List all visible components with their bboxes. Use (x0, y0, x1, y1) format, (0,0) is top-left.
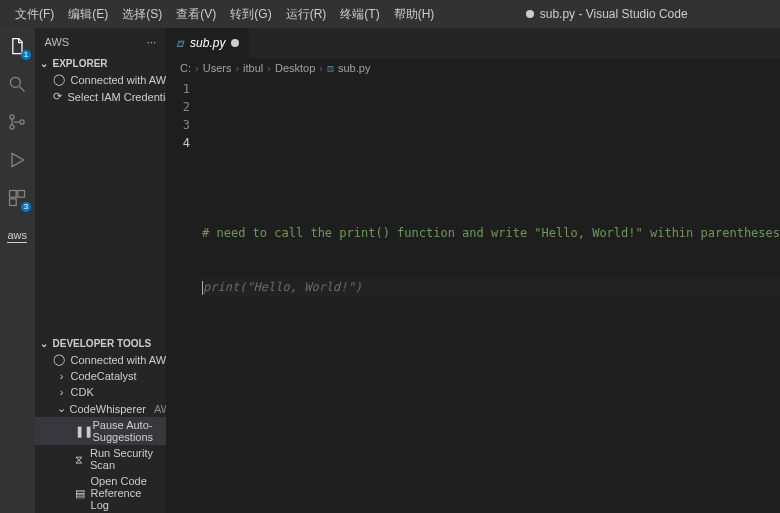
sidebar-item-label: CDK (71, 386, 94, 398)
activity-explorer[interactable]: 1 (5, 34, 29, 58)
line-gutter: 1 2 3 4 (166, 80, 202, 513)
devtools-label: DEVELOPER TOOLS (53, 338, 152, 349)
devtools-codecatalyst[interactable]: › CodeCatalyst (35, 368, 167, 384)
crumb[interactable]: Users (203, 62, 232, 74)
menu-edit[interactable]: 编辑(E) (61, 2, 115, 27)
sidebar: AWS ··· ⌄ EXPLORER ◯ Connected with AWS … (35, 28, 167, 513)
menu-bar: 文件(F) 编辑(E) 选择(S) 查看(V) 转到(G) 运行(R) 终端(T… (8, 2, 441, 27)
cw-run-security-scan[interactable]: ⧖ Run Security Scan (35, 445, 167, 473)
devtools-cdk[interactable]: › CDK (35, 384, 167, 400)
sidebar-header: AWS ··· (35, 28, 167, 56)
chevron-down-icon: ⌄ (39, 58, 49, 69)
svg-point-0 (11, 77, 21, 87)
line-number: 2 (166, 98, 190, 116)
cw-open-reference-log[interactable]: ▤ Open Code Reference Log (35, 473, 167, 513)
more-icon[interactable]: ··· (147, 36, 156, 48)
window-title: sub.py - Visual Studio Code (441, 7, 772, 21)
source-control-icon (7, 112, 27, 132)
ghost-suggestion: print("Hello, World!") (203, 280, 362, 294)
extensions-badge: 3 (21, 202, 31, 212)
tab-label: sub.py (190, 36, 225, 50)
code-comment: # need to call the print() function and … (202, 226, 780, 240)
python-file-icon: ⧈ (176, 36, 184, 50)
breadcrumb[interactable]: C:› Users› itbul› Desktop› ⧈ sub.py (166, 58, 780, 78)
window-title-text: sub.py - Visual Studio Code (540, 7, 688, 21)
menu-file[interactable]: 文件(F) (8, 2, 61, 27)
svg-point-4 (20, 120, 24, 124)
chevron-right-icon: › (57, 386, 67, 398)
tab-subpy[interactable]: ⧈ sub.py (166, 28, 250, 58)
menu-go[interactable]: 转到(G) (223, 2, 278, 27)
devtools-section[interactable]: ⌄ DEVELOPER TOOLS (35, 336, 167, 351)
line-number: 1 (166, 80, 190, 98)
titlebar: 文件(F) 编辑(E) 选择(S) 查看(V) 转到(G) 运行(R) 终端(T… (0, 0, 780, 28)
line-number: 4 (166, 134, 190, 152)
code-lines[interactable]: # need to call the print() function and … (202, 80, 780, 513)
svg-rect-5 (10, 191, 17, 198)
sidebar-item-label: Open Code Reference Log (91, 475, 163, 511)
crumb[interactable]: Desktop (275, 62, 315, 74)
refresh-icon: ⟳ (53, 90, 62, 103)
svg-point-3 (10, 125, 14, 129)
crumb[interactable]: itbul (243, 62, 263, 74)
svg-rect-6 (18, 191, 25, 198)
sidebar-item-select-iam[interactable]: ⟳ Select IAM Credentials to View Res... (35, 88, 167, 105)
svg-point-2 (10, 115, 14, 119)
chevron-right-icon: › (57, 370, 67, 382)
cw-pause-suggestions[interactable]: ❚❚ Pause Auto-Suggestions (35, 417, 167, 445)
sidebar-item-label: CodeWhisperer (70, 403, 146, 415)
python-file-icon: ⧈ (327, 62, 334, 75)
user-icon: ◯ (53, 353, 65, 366)
sidebar-item-label: Pause Auto-Suggestions (93, 419, 163, 443)
svg-rect-7 (10, 199, 17, 206)
activity-aws[interactable]: aws (5, 224, 29, 248)
sidebar-item-connected[interactable]: ◯ Connected with AWS Builder ID (35, 71, 167, 88)
crumb[interactable]: C: (180, 62, 191, 74)
log-icon: ▤ (75, 487, 85, 500)
user-icon: ◯ (53, 73, 65, 86)
sidebar-item-label: Run Security Scan (90, 447, 162, 471)
run-debug-icon (7, 150, 27, 170)
menu-run[interactable]: 运行(R) (279, 2, 334, 27)
chevron-down-icon: ⌄ (39, 338, 49, 349)
activity-extensions[interactable]: 3 (5, 186, 29, 210)
devtools-codewhisperer[interactable]: ⌄ CodeWhisperer AWS Builder ID Conn... (35, 400, 167, 417)
editor-tabs: ⧈ sub.py (166, 28, 780, 58)
menu-selection[interactable]: 选择(S) (115, 2, 169, 27)
menu-view[interactable]: 查看(V) (169, 2, 223, 27)
menu-help[interactable]: 帮助(H) (387, 2, 442, 27)
menu-terminal[interactable]: 终端(T) (333, 2, 386, 27)
activity-debug[interactable] (5, 148, 29, 172)
svg-line-1 (20, 87, 25, 92)
pause-icon: ❚❚ (75, 425, 87, 438)
sidebar-item-label: Select IAM Credentials to View Res... (68, 91, 167, 103)
search-icon (7, 74, 27, 94)
sidebar-item-suffix: AWS Builder ID Conn... (154, 403, 166, 415)
line-number: 3 (166, 116, 190, 134)
activity-search[interactable] (5, 72, 29, 96)
devtools-connected[interactable]: ◯ Connected with AWS Builder ID (35, 351, 167, 368)
sidebar-item-label: Connected with AWS Builder ID (71, 354, 167, 366)
explorer-label: EXPLORER (53, 58, 108, 69)
sidebar-item-label: Connected with AWS Builder ID (71, 74, 167, 86)
sidebar-item-label: CodeCatalyst (71, 370, 137, 382)
activity-scm[interactable] (5, 110, 29, 134)
chevron-down-icon: ⌄ (57, 402, 66, 415)
editor-area: ⧈ sub.py C:› Users› itbul› Desktop› ⧈ su… (166, 28, 780, 513)
explorer-badge: 1 (21, 50, 31, 60)
aws-icon: aws (7, 229, 27, 243)
unsaved-indicator-icon (526, 10, 534, 18)
activity-bar: 1 3 aws (0, 28, 35, 513)
bug-icon: ⧖ (75, 453, 84, 466)
explorer-section[interactable]: ⌄ EXPLORER (35, 56, 167, 71)
crumb[interactable]: sub.py (338, 62, 370, 74)
modified-dot-icon (231, 39, 239, 47)
code-editor[interactable]: 1 2 3 4 # need to call the print() funct… (166, 78, 780, 513)
sidebar-title: AWS (45, 36, 70, 48)
